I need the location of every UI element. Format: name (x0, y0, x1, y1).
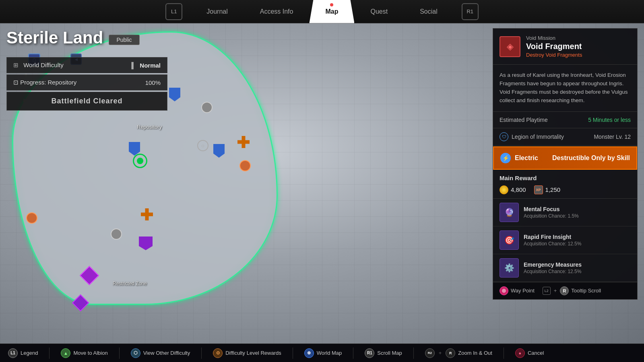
marker-gear-1[interactable] (201, 102, 213, 113)
orange-cross-icon (237, 136, 250, 148)
mission-name: Void Fragment (526, 42, 582, 51)
divider-7 (504, 348, 504, 359)
tab-quest[interactable]: Quest (354, 0, 404, 23)
cancel-btn[interactable]: ● (515, 348, 525, 358)
map-indicator (330, 3, 333, 6)
diff-rewards-label: Difficulty Level Rewards (225, 350, 281, 356)
reward-icon-0: 🔮 (500, 203, 519, 222)
gold-icon (500, 185, 508, 194)
legion-label: Legion of Immortality (512, 134, 564, 140)
marker-gear-2[interactable] (111, 228, 122, 240)
tooltip-scroll-label: Tooltip Scroll (571, 288, 601, 294)
reward-info-2: Emergency Measures Acquisition Chance: 1… (524, 261, 582, 274)
marker-flag-4[interactable] (139, 237, 153, 250)
gold-reward: 4,800 (500, 185, 526, 194)
main-reward-header: Main Reward (493, 171, 637, 184)
blue-flag-3-icon (213, 144, 225, 158)
tab-access-info[interactable]: Access Info (244, 0, 310, 23)
zoom-action: R2 + R Zoom In & Out (425, 348, 492, 358)
orange-cross-2-icon (141, 208, 153, 220)
nav-items: L1 Journal Access Info Map Quest Social … (157, 0, 486, 23)
world-map-btn[interactable]: ⊕ (304, 348, 314, 358)
zoom-btn-r2[interactable]: R2 (425, 348, 435, 358)
other-diff-btn[interactable]: ⬡ (131, 348, 140, 358)
waypoint-label: Way Point (511, 288, 535, 294)
scroll-map-btn[interactable]: R1 (365, 348, 374, 358)
tooltip-scroll-action: L2 + R Tooltip Scroll (543, 286, 601, 295)
l1-button[interactable]: L1 (165, 3, 182, 20)
electric-icon: ⚡ (500, 153, 511, 163)
marker-flag-3[interactable] (213, 144, 225, 158)
legend-btn[interactable]: L1 (8, 348, 18, 358)
marker-person-2[interactable] (26, 212, 37, 224)
tab-journal[interactable]: Journal (190, 0, 244, 23)
top-navigation: L1 Journal Access Info Map Quest Social … (0, 0, 644, 23)
tooltip-btn-r[interactable]: R (560, 286, 569, 295)
progress-icon: ⊡ (13, 79, 19, 86)
waypoint-btn[interactable]: ◎ (500, 286, 508, 295)
green-circle-icon (133, 154, 147, 168)
reward-info-0: Mental Focus Acquisition Chance: 1.5% (524, 206, 579, 219)
mission-subtitle: Destroy Void Fragments (526, 52, 582, 58)
electric-row: ⚡ Electric Destructible Only by Skill (493, 146, 637, 170)
diff-rewards-btn[interactable]: ⊙ (213, 348, 223, 358)
left-panel: Sterile Land Public ⊞ World Difficulty ▌… (6, 28, 167, 112)
r1-button[interactable]: R1 (462, 3, 479, 20)
marker-purple-diamond-2[interactable] (74, 297, 87, 309)
gear-2-icon (111, 228, 122, 240)
legion-icon: 🛡 (500, 132, 508, 141)
divider-1 (49, 348, 50, 359)
marker-circle-1[interactable]: ○ (197, 140, 208, 151)
public-badge: Public (109, 35, 139, 45)
other-diff-action: ⬡ View Other Difficulty (131, 348, 190, 358)
person-2-icon (26, 212, 37, 224)
green-circle-inner (137, 158, 143, 164)
marker-person-1[interactable] (239, 160, 251, 171)
marker-green-circle-1[interactable] (133, 154, 147, 168)
tab-social[interactable]: Social (404, 0, 454, 23)
panel-footer: ◎ Way Point L2 + R Tooltip Scroll (493, 282, 637, 299)
electric-type: Electric (515, 154, 538, 162)
move-label: Move to Albion (73, 350, 107, 356)
reward-item-0: 🔮 Mental Focus Acquisition Chance: 1.5% (493, 199, 637, 226)
world-map-label: World Map (317, 350, 342, 356)
mission-icon: ◈ (500, 36, 520, 57)
legend-action: L1 Legend (8, 348, 38, 358)
xp-amount: 1,250 (545, 186, 561, 193)
location-title: Sterile Land (6, 28, 103, 47)
marker-orange-cross-1[interactable] (237, 136, 250, 148)
move-btn[interactable]: ▲ (61, 348, 70, 358)
tab-access-info-label: Access Info (260, 8, 293, 15)
circle-cross-icon: ○ (197, 140, 208, 151)
electric-left: ⚡ Electric (500, 153, 538, 163)
divider-5 (353, 348, 353, 359)
mission-panel: ◈ Void Mission Void Fragment Destroy Voi… (493, 28, 638, 300)
person-icon (239, 160, 251, 171)
reward-name-2: Emergency Measures (524, 261, 582, 268)
reward-currency: 4,800 XP 1,250 (493, 184, 637, 199)
mission-info: Void Mission Void Fragment Destroy Void … (526, 35, 582, 58)
legend-label: Legend (21, 350, 38, 356)
playtime-label: Estimated Playtime (500, 117, 548, 123)
marker-flag-1[interactable] (169, 88, 180, 101)
scroll-map-label: Scroll Map (377, 350, 402, 356)
marker-orange-cross-2[interactable] (141, 208, 153, 220)
marker-purple-diamond-1[interactable] (83, 269, 96, 282)
world-difficulty-label: World Difficulty (23, 62, 63, 68)
tab-map[interactable]: Map (309, 0, 354, 23)
diff-rewards-action: ⊙ Difficulty Level Rewards (213, 348, 281, 358)
move-action: ▲ Move to Albion (61, 348, 107, 358)
electric-note: Destructible Only by Skill (552, 154, 630, 162)
l1-label: L1 (171, 8, 177, 14)
zoom-btn-r[interactable]: R (446, 348, 455, 358)
tooltip-btn-l2[interactable]: L2 (543, 287, 551, 295)
battlefield-cleared-banner: Battlefield Cleared (6, 92, 167, 111)
playtime-value: 5 Minutes or less (588, 117, 631, 123)
xp-reward: XP 1,250 (534, 185, 561, 194)
reward-info-1: Rapid Fire Insight Acquisition Chance: 1… (524, 234, 581, 247)
repository-label: Repository (137, 124, 162, 130)
tab-map-label: Map (325, 8, 338, 15)
reward-chance-0: Acquisition Chance: 1.5% (524, 213, 579, 219)
waypoint-action: ◎ Way Point (500, 286, 535, 295)
tab-social-label: Social (420, 8, 438, 15)
